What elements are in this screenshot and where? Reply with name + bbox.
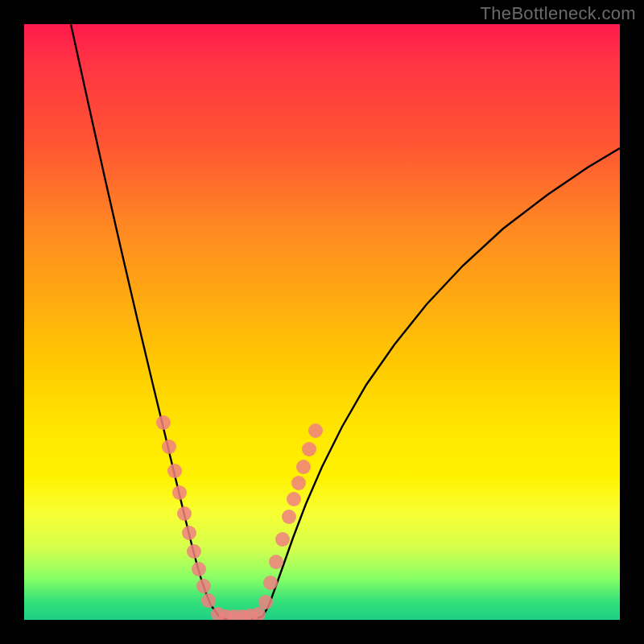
dot <box>196 579 211 593</box>
dot <box>296 460 311 474</box>
dot <box>192 562 206 576</box>
dot <box>156 415 171 430</box>
dot <box>172 485 187 500</box>
left-curve <box>71 24 232 620</box>
dot <box>263 576 278 590</box>
dot <box>308 423 323 438</box>
dot <box>302 442 316 456</box>
dot <box>162 440 176 454</box>
dot <box>177 506 192 521</box>
dot <box>275 532 290 547</box>
dot <box>201 593 216 608</box>
curve-layer <box>24 24 620 620</box>
plot-area <box>24 24 620 620</box>
dot <box>287 492 301 506</box>
dot <box>258 595 273 609</box>
chart-frame: TheBottleneck.com <box>0 0 644 644</box>
dot <box>167 464 182 478</box>
dot <box>282 510 296 524</box>
dot <box>182 526 196 540</box>
dot <box>187 544 201 559</box>
dot <box>269 555 283 569</box>
dot <box>291 476 306 490</box>
right-curve <box>251 148 620 620</box>
watermark-text: TheBottleneck.com <box>481 3 636 24</box>
marker-dots <box>156 415 323 620</box>
